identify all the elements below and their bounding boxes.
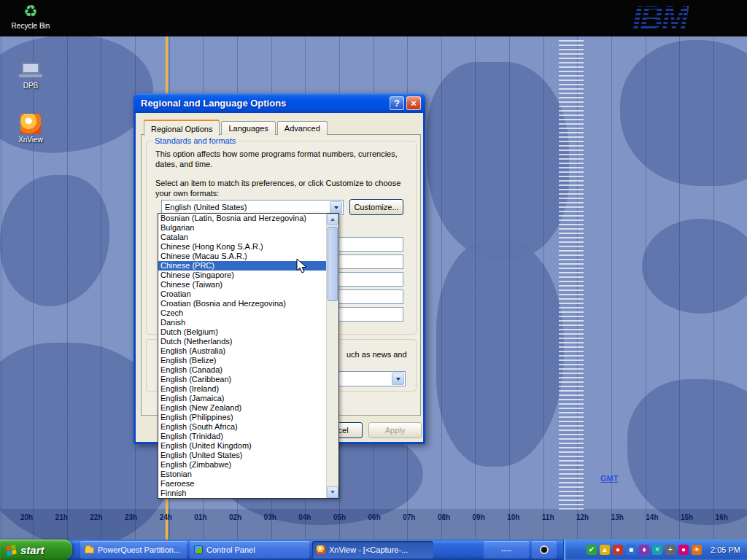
timezone-label: 16h (716, 513, 728, 521)
dropdown-item[interactable]: Finnish (158, 489, 326, 498)
tray-icon[interactable]: ☀ (692, 545, 702, 555)
timezone-label: 09h (473, 513, 485, 521)
tab-languages[interactable]: Languages (221, 121, 275, 135)
timezone-label: 07h (403, 513, 415, 521)
chevron-down-icon[interactable] (330, 201, 342, 214)
dropdown-item[interactable]: English (Zimbabwe) (158, 460, 326, 470)
map-landmass (627, 379, 747, 525)
tray-icon[interactable]: ♦ (639, 545, 649, 555)
dropdown-item[interactable]: Danish (158, 318, 326, 327)
tray-icon[interactable]: ✔ (587, 545, 597, 555)
dropdown-item[interactable]: English (Trinidad) (158, 432, 326, 441)
dropdown-item[interactable]: Croatian (158, 289, 326, 299)
laptop-icon (7, 61, 54, 80)
start-button[interactable]: start (0, 540, 72, 560)
format-dropdown-list: Bosnian (Latin, Bosnia and Herzegovina)B… (158, 213, 339, 499)
timezone-label: 23h (125, 513, 137, 521)
dropdown-item[interactable]: Bosnian (Latin, Bosnia and Herzegovina) (158, 214, 326, 223)
timezone-label: 15h (681, 513, 693, 521)
dropdown-item[interactable]: Croatian (Bosnia and Herzegovina) (158, 299, 326, 308)
dropdown-item[interactable]: English (Jamaica) (158, 394, 326, 403)
scrollbar-thumb[interactable] (328, 227, 338, 301)
dropdown-item[interactable]: English (United Kingdom) (158, 441, 326, 451)
application-icon (540, 545, 549, 554)
help-button[interactable]: ? (390, 96, 404, 110)
dialog-titlebar[interactable]: Regional and Language Options ? × (133, 93, 425, 113)
dropdown-item[interactable]: English (Philippines) (158, 413, 326, 422)
close-button[interactable]: × (406, 96, 421, 110)
tab-strip: Regional Options Languages Advanced (144, 120, 329, 135)
tray-icon[interactable]: ● (613, 545, 623, 555)
hatched-timezone-band (559, 40, 584, 510)
dropdown-item[interactable]: Dutch (Netherlands) (158, 337, 326, 346)
map-landmass (642, 219, 747, 314)
control-panel-icon (194, 545, 203, 554)
dropdown-item[interactable]: Faeroese (158, 479, 326, 489)
tray-icon[interactable]: ● (678, 545, 689, 555)
dropdown-item[interactable]: Catalan (158, 233, 326, 242)
dropdown-item[interactable]: English (Australia) (158, 346, 326, 356)
ibm-logo: IBM (632, 0, 687, 36)
task-label: XnView - [<Capture-... (329, 545, 408, 554)
dropdown-item[interactable]: English (Canada) (158, 365, 326, 375)
dialog-title: Regional and Language Options (141, 98, 387, 109)
tab-advanced[interactable]: Advanced (277, 121, 328, 135)
dropdown-item[interactable]: Estonian (158, 470, 326, 479)
taskbar-task-dashes[interactable]: ---- (484, 541, 529, 559)
xnview-icon (20, 114, 41, 134)
timezone-label: 12h (576, 513, 589, 521)
top-banner: ♻ Recycle Bin IBM (0, 0, 747, 36)
xnview-icon (317, 545, 325, 554)
tray-icon[interactable]: + (665, 545, 676, 555)
apply-button[interactable]: Apply (368, 422, 422, 438)
taskbar-task-xnview[interactable]: XnView - [<Capture-... (312, 541, 433, 559)
folder-icon (85, 547, 94, 553)
timezone-ruler: 20h21h22h23h24h01h02h03h04h05h06h07h08h0… (20, 513, 728, 521)
chevron-down-icon[interactable] (392, 373, 404, 385)
timezone-label: 01h (194, 513, 206, 521)
dropdown-item[interactable]: English (Ireland) (158, 384, 326, 394)
dropdown-item[interactable]: Chinese (Hong Kong S.A.R.) (158, 242, 326, 252)
tray-icon[interactable]: × (652, 545, 662, 555)
dropdown-item[interactable]: Bulgarian (158, 223, 326, 233)
gmt-label: GMT (600, 474, 618, 483)
timezone-label: 22h (90, 513, 102, 521)
timezone-label: 08h (438, 513, 450, 521)
dropdown-item[interactable]: English (United States) (158, 451, 326, 460)
customize-button[interactable]: Customize... (349, 199, 403, 215)
dropdown-item[interactable]: Chinese (Taiwan) (158, 280, 326, 289)
timezone-label: 14h (646, 513, 658, 521)
screen: 20h21h22h23h24h01h02h03h04h05h06h07h08h0… (0, 0, 747, 560)
tab-regional-options[interactable]: Regional Options (144, 120, 220, 136)
taskbar-task-powerquest[interactable]: PowerQuest Partition... (80, 541, 187, 559)
taskbar-task-icon-only[interactable] (532, 541, 557, 559)
taskbar-task-control-panel[interactable]: Control Panel (190, 541, 309, 559)
standards-description: This option affects how some programs fo… (155, 149, 412, 169)
dropdown-item[interactable]: Czech (158, 308, 326, 318)
dropdown-item[interactable]: Chinese (Macau S.A.R.) (158, 252, 326, 261)
dropdown-item[interactable]: English (Belize) (158, 356, 326, 365)
taskbar-clock: 2:05 PM (711, 545, 740, 554)
group-caption: Standards and formats (152, 136, 238, 145)
task-label: Control Panel (206, 545, 255, 554)
dropdown-item[interactable]: Dutch (Belgium) (158, 327, 326, 337)
dropdown-item[interactable]: English (South Africa) (158, 422, 326, 432)
ibm-logo-text: IBM (632, 0, 687, 35)
dropdown-item[interactable]: Chinese (PRC) (158, 261, 326, 271)
dropdown-item[interactable]: English (New Zealand) (158, 403, 326, 413)
dropdown-items: Bosnian (Latin, Bosnia and Herzegovina)B… (158, 214, 326, 498)
timezone-label: 11h (542, 513, 554, 521)
icon-label: DPB (7, 82, 54, 90)
dropdown-item[interactable]: Chinese (Singapore) (158, 271, 326, 280)
tray-icon[interactable]: ▲ (600, 545, 610, 555)
dropdown-item[interactable]: English (Caribbean) (158, 375, 326, 384)
tray-icon[interactable]: ■ (626, 545, 636, 555)
desktop-icon-recycle-bin[interactable]: ♻ Recycle Bin (7, 3, 54, 30)
scroll-up-icon[interactable] (327, 214, 338, 225)
map-landmass (436, 241, 564, 467)
desktop-icon-dpb[interactable]: DPB (7, 61, 54, 90)
scroll-down-icon[interactable] (327, 486, 338, 498)
desktop-icon-xnview[interactable]: XnView (7, 114, 54, 144)
timezone-label: 20h (20, 513, 33, 521)
dropdown-scrollbar[interactable] (326, 214, 338, 498)
